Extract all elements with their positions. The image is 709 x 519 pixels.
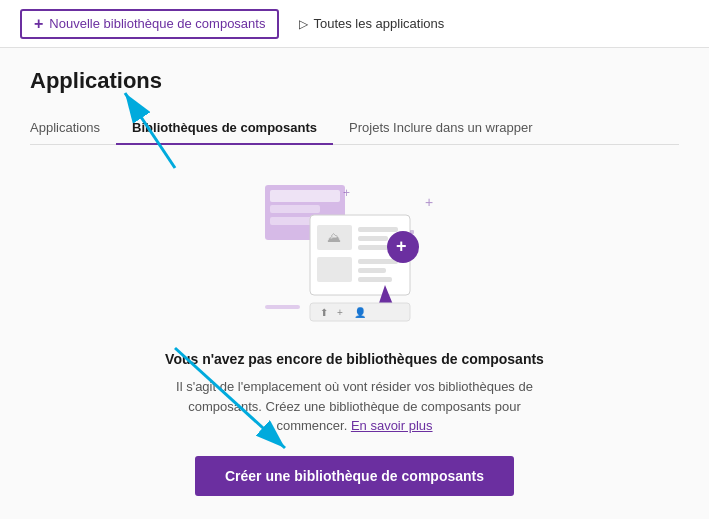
empty-state-title: Vous n'avez pas encore de bibliothèques … — [165, 351, 544, 367]
tabs: Applications Bibliothèques de composants… — [30, 112, 679, 145]
svg-rect-2 — [270, 205, 320, 213]
tab-projects[interactable]: Projets Inclure dans un wrapper — [333, 112, 549, 145]
empty-state-description: Il s'agit de l'emplacement où vont résid… — [165, 377, 545, 436]
arrow-right-icon: ▷ — [299, 17, 308, 31]
svg-text:+: + — [396, 236, 407, 256]
svg-text:+: + — [425, 194, 433, 210]
new-library-button[interactable]: + Nouvelle bibliothèque de composants — [20, 9, 279, 39]
svg-text:⬆: ⬆ — [320, 307, 328, 318]
all-apps-link[interactable]: ▷ Toutes les applications — [299, 16, 444, 31]
svg-text:⛰: ⛰ — [327, 229, 341, 245]
svg-rect-1 — [270, 190, 340, 202]
svg-text:👤: 👤 — [354, 306, 367, 319]
svg-rect-7 — [358, 227, 398, 232]
tab-component-libraries[interactable]: Bibliothèques de composants — [116, 112, 333, 145]
svg-rect-12 — [358, 268, 386, 273]
svg-rect-10 — [317, 257, 352, 282]
svg-rect-13 — [358, 277, 392, 282]
svg-rect-23 — [265, 305, 300, 309]
tab-applications[interactable]: Applications — [30, 112, 116, 145]
svg-text:+: + — [337, 307, 343, 318]
empty-state: ⛰ + + + ⬆ + 👤 — [30, 165, 679, 496]
svg-rect-24 — [410, 230, 414, 234]
create-library-button[interactable]: Créer une bibliothèque de composants — [195, 456, 514, 496]
svg-rect-11 — [358, 259, 398, 264]
main-content: Applications Applications Bibliothèques … — [0, 48, 709, 519]
empty-state-illustration: ⛰ + + + ⬆ + 👤 — [255, 175, 455, 335]
new-library-label: Nouvelle bibliothèque de composants — [49, 16, 265, 31]
svg-text:+: + — [343, 186, 350, 200]
toolbar: + Nouvelle bibliothèque de composants ▷ … — [0, 0, 709, 48]
svg-rect-8 — [358, 236, 388, 241]
all-apps-label: Toutes les applications — [313, 16, 444, 31]
plus-icon: + — [34, 16, 43, 32]
page-title: Applications — [30, 68, 679, 94]
learn-more-link[interactable]: En savoir plus — [351, 418, 433, 433]
